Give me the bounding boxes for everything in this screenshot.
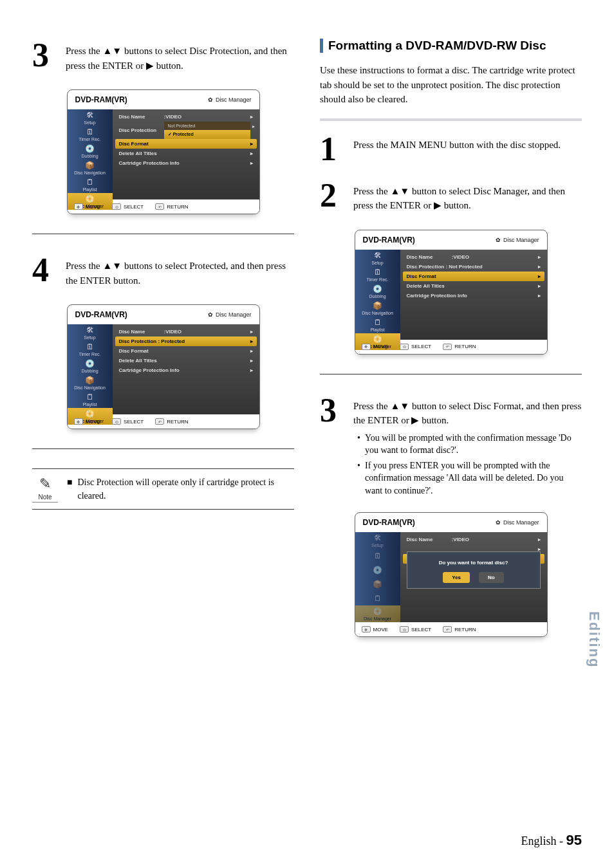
sidebar-item-playlist[interactable]: 🗒	[355, 591, 400, 605]
footer-return: ↶RETURN	[443, 626, 476, 633]
calendar-icon: 🗓	[374, 551, 382, 560]
dialog-text: Do you want to format disc?	[413, 560, 535, 566]
arrow-icon: ▸	[538, 283, 541, 289]
left-column: 3 Press the ▲▼ buttons to select Disc Pr…	[32, 39, 294, 656]
step-3-right: 3 Press the ▲▼ button to select Disc For…	[320, 394, 582, 500]
osd-screenshot-1: DVD-RAM(VR) ✿Disc Manager 🛠Setup 🗓Timer …	[67, 89, 260, 214]
sidebar-item-dubbing[interactable]: 💿Dubbing	[68, 143, 113, 160]
row-disc-name[interactable]: Disc Name:VIDEO▸	[403, 535, 544, 544]
step-instruction: Press the ▲▼ buttons to select Protected…	[66, 259, 294, 288]
step-number: 4	[32, 254, 55, 291]
row-cartridge[interactable]: Cartridge Protection Info▸	[403, 291, 544, 300]
row-protection[interactable]: Disc Protection : Not Protected▸	[403, 262, 544, 272]
note-block: ✎ Note ■ Disc Protection will operate on…	[32, 468, 294, 510]
arrow-icon: ▸	[250, 141, 253, 147]
submenu-protected[interactable]: ✓ Protected	[164, 130, 250, 139]
box-icon: 📦	[373, 301, 382, 310]
right-column: Formatting a DVD-RAM/DVD-RW Disc Use the…	[320, 39, 582, 656]
disc-alt-icon: 📀	[85, 409, 95, 418]
row-cartridge[interactable]: Cartridge Protection Info▸	[115, 365, 257, 375]
step-instruction: Press the MAIN MENU button with the disc…	[353, 138, 561, 152]
arrow-icon: ▸	[250, 348, 253, 354]
sidebar-item-dubbing[interactable]: 💿	[355, 563, 400, 577]
sidebar-item-timer[interactable]: 🗓Timer Rec.	[68, 126, 113, 143]
sidebar-item-playlist[interactable]: 🗒Playlist	[68, 176, 113, 193]
row-disc-name[interactable]: Disc Name:VIDEO▸	[115, 327, 257, 337]
sidebar-item-timer[interactable]: 🗓Timer Rec.	[355, 266, 400, 283]
select-icon: ⊙	[112, 203, 121, 210]
footer-select: ⊙SELECT	[112, 418, 144, 425]
arrow-icon: ▸	[538, 273, 541, 279]
list-icon: 🗒	[86, 178, 94, 187]
disc-alt-icon: 📀	[373, 335, 382, 344]
sidebar-item-timer[interactable]: 🗓Timer Rec.	[68, 341, 113, 358]
footer-move: ✥MOVE	[362, 344, 389, 350]
divider	[32, 234, 294, 234]
arrow-icon: ▸	[250, 122, 257, 139]
row-cartridge[interactable]: Cartridge Protection Info▸	[115, 158, 257, 168]
step-number: 3	[320, 394, 343, 500]
no-button[interactable]: No	[479, 572, 504, 583]
row-format[interactable]: Disc Format▸	[115, 139, 257, 149]
row-delete[interactable]: Delete All Titles▸	[115, 356, 257, 365]
gear-icon: ✿	[208, 97, 213, 103]
yes-button[interactable]: Yes	[443, 572, 470, 583]
osd-title: DVD-RAM(VR)	[75, 95, 127, 104]
step-3-left: 3 Press the ▲▼ buttons to select Disc Pr…	[32, 39, 294, 77]
square-bullet-icon: ■	[67, 476, 72, 503]
row-protection[interactable]: Disc Protection	[115, 122, 164, 139]
sidebar-item-timer[interactable]: 🗓	[355, 549, 400, 563]
arrow-icon: ▸	[250, 338, 253, 344]
sidebar-item-navigation[interactable]: 📦Disc Navigation	[68, 160, 113, 176]
row-delete[interactable]: Delete All Titles▸	[115, 149, 257, 158]
osd-content: Disc Name:VIDEO▸ Disc Protection : Prote…	[113, 324, 259, 414]
sidebar-item-navigation[interactable]: 📦Disc Navigation	[355, 300, 400, 317]
osd-sidebar: 🛠Setup 🗓 💿 📦 🗒 📀Disc Manager	[355, 532, 400, 622]
move-icon: ✥	[362, 344, 371, 350]
gear-icon: ✿	[496, 237, 501, 243]
select-icon: ⊙	[112, 418, 121, 425]
sidebar-item-dubbing[interactable]: 💿Dubbing	[355, 283, 400, 300]
disc-icon: 💿	[85, 359, 95, 368]
sidebar-item-navigation[interactable]: 📦	[355, 577, 400, 591]
sidebar-item-playlist[interactable]: 🗒Playlist	[68, 391, 113, 408]
sidebar-item-setup[interactable]: 🛠Setup	[355, 532, 400, 549]
osd-sidebar: 🛠Setup 🗓Timer Rec. 💿Dubbing 📦Disc Naviga…	[68, 324, 113, 414]
step-number: 2	[320, 179, 343, 217]
row-protection[interactable]: Disc Protection : Protected▸	[115, 337, 257, 346]
row-disc-name[interactable]: Disc Name:VIDEO▸	[403, 252, 544, 262]
osd-subtitle: ✿Disc Manager	[208, 311, 252, 318]
submenu-not-protected[interactable]: Not Protected	[164, 122, 250, 130]
row-format[interactable]: Disc Format▸	[403, 272, 544, 281]
move-icon: ✥	[74, 418, 83, 425]
intro-text: Use these instructions to format a disc.…	[320, 63, 582, 107]
row-disc-name[interactable]: Disc Name:VIDEO▸	[115, 112, 257, 122]
disc-icon: 💿	[373, 284, 382, 293]
gear-icon: ✿	[496, 519, 501, 526]
sidebar-item-setup[interactable]: 🛠Setup	[68, 109, 113, 126]
row-format[interactable]: Disc Format▸	[115, 346, 257, 356]
tools-icon: 🛠	[374, 251, 382, 260]
box-icon: 📦	[85, 376, 95, 385]
disc-alt-icon: 📀	[373, 607, 382, 616]
sidebar-item-playlist[interactable]: 🗒Playlist	[355, 317, 400, 333]
sidebar-item-setup[interactable]: 🛠Setup	[68, 324, 113, 341]
sidebar-item-dubbing[interactable]: 💿Dubbing	[68, 358, 113, 374]
return-icon: ↶	[443, 344, 452, 350]
sidebar-item-setup[interactable]: 🛠Setup	[355, 250, 400, 266]
sidebar-item-manager[interactable]: 📀Disc Manager	[355, 605, 400, 622]
divider	[32, 448, 294, 449]
sidebar-item-navigation[interactable]: 📦Disc Navigation	[68, 374, 113, 391]
arrow-icon: ▸	[250, 114, 253, 120]
return-icon: ↶	[155, 203, 164, 210]
step-instruction: Press the ▲▼ button to select Disc Forma…	[353, 399, 582, 428]
soft-divider	[320, 118, 582, 121]
step-1-right: 1 Press the MAIN MENU button with the di…	[320, 133, 582, 166]
move-icon: ✥	[362, 626, 371, 633]
footer-move: ✥MOVE	[362, 626, 389, 633]
return-icon: ↶	[155, 418, 164, 425]
osd-screenshot-3: DVD-RAM(VR) ✿Disc Manager 🛠Setup 🗓Timer …	[355, 230, 548, 355]
row-delete[interactable]: Delete All Titles▸	[403, 281, 544, 291]
page-number: 95	[566, 832, 582, 848]
select-icon: ⊙	[400, 344, 409, 350]
